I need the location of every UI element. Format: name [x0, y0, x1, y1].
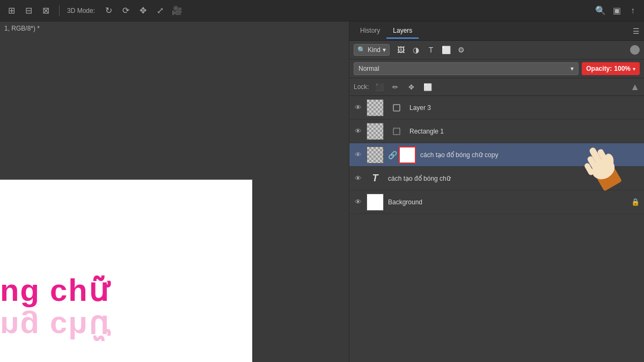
background-lock-icon: 🔒 [631, 198, 640, 206]
opacity-value[interactable]: 100% [614, 65, 631, 72]
layer-item[interactable]: 👁 Layer 3 [349, 96, 644, 120]
layer-item[interactable]: 👁 T cách tạo đổ bóng chữ [349, 167, 644, 190]
filter-toggle[interactable] [630, 45, 640, 55]
layer-thumbnail [367, 146, 384, 164]
blend-bar: Normal ▾ Opacity: 100% ▾ [349, 60, 644, 78]
canvas-text-main: ng chữ [0, 272, 109, 308]
visibility-icon[interactable]: 👁 [354, 174, 362, 183]
filter-kind-label: Kind [368, 46, 380, 54]
align-left-icon[interactable]: ⊞ [5, 5, 17, 17]
lock-image-icon[interactable]: ✏ [390, 81, 401, 93]
lock-fill-triangle: ▲ [630, 82, 640, 93]
opacity-control: Opacity: 100% ▾ [582, 62, 640, 75]
toolbar-right: 🔍 ▣ ↑ [595, 5, 639, 17]
opacity-chevron-icon[interactable]: ▾ [633, 66, 635, 72]
layers-list: 👁 Layer 3 👁 Rectangle 1 [349, 96, 644, 362]
layer-thumbnail [367, 99, 384, 116]
panel-content: 🔍 Kind ▾ 🖼 ◑ T ⬜ ⚙ Normal ▾ [349, 41, 644, 362]
lock-bar: Lock: ⬛ ✏ ✥ ⬜ ▲ [349, 78, 644, 96]
3d-scale-icon[interactable]: 🎥 [171, 5, 183, 17]
filter-kind-arrow: ▾ [383, 46, 386, 54]
search-icon[interactable]: 🔍 [595, 5, 606, 17]
panel-menu-icon[interactable]: ☰ [633, 27, 640, 35]
visibility-icon[interactable]: 👁 [354, 127, 362, 136]
3d-rotate-icon[interactable]: ↻ [103, 5, 114, 17]
separator-1 [59, 5, 60, 16]
layer-name: cách tạo đổ bóng chữ copy [420, 151, 640, 159]
canvas-content: ng chữ ng chữ [0, 38, 349, 362]
layer-name: Layer 3 [409, 104, 640, 112]
white-canvas: ng chữ ng chữ [0, 180, 252, 362]
opacity-label: Opacity: [586, 65, 612, 72]
layer-item-selected[interactable]: 👁 🔗 cách tạo đổ bóng chữ copy [349, 143, 644, 167]
filter-pixel-icon[interactable]: 🖼 [395, 44, 407, 56]
blend-mode-dropdown[interactable]: Normal ▾ [354, 62, 579, 75]
blend-mode-value: Normal [358, 65, 379, 72]
filter-icons: 🖼 ◑ T ⬜ ⚙ [395, 44, 467, 56]
lock-label: Lock: [354, 83, 369, 91]
lock-position-icon[interactable]: ✥ [406, 81, 418, 93]
doc-title: 1, RGB/8*) * [4, 25, 40, 32]
3d-mode-label: 3D Mode: [67, 7, 95, 14]
align-right-icon[interactable]: ⊠ [40, 5, 52, 17]
filter-smart-icon[interactable]: ⚙ [455, 44, 467, 56]
layer-mask-thumbnail [399, 146, 416, 164]
layer-type-icon [388, 123, 405, 140]
canvas-area: 1, RGB/8*) * ng chữ ng chữ [0, 21, 349, 362]
lock-artboard-icon[interactable]: ⬜ [422, 81, 434, 93]
layer-thumbnail [367, 194, 384, 211]
3d-orbit-icon[interactable]: ⟳ [120, 5, 131, 17]
visibility-icon[interactable]: 👁 [354, 151, 362, 159]
layer-item[interactable]: 👁 Rectangle 1 [349, 120, 644, 143]
panels-icon[interactable]: ▣ [611, 5, 623, 17]
blend-mode-arrow: ▾ [570, 65, 574, 72]
layer-name: Background [388, 198, 627, 206]
lock-transparent-icon[interactable]: ⬛ [374, 81, 385, 93]
layer-type-icon [388, 99, 405, 116]
filter-shape-icon[interactable]: ⬜ [440, 44, 452, 56]
layer-name: Rectangle 1 [409, 128, 640, 135]
layer-text-icon: T [367, 170, 384, 187]
filter-text-icon[interactable]: T [425, 44, 437, 56]
tab-layers[interactable]: Layers [386, 24, 419, 39]
svg-rect-1 [393, 128, 400, 135]
panel-tabs: History Layers ☰ [349, 21, 644, 41]
svg-rect-0 [393, 105, 400, 111]
toolbar: ⊞ ⊟ ⊠ 3D Mode: ↻ ⟳ ✥ ⤢ 🎥 🔍 ▣ ↑ [0, 0, 644, 21]
right-panel: History Layers ☰ 🔍 Kind ▾ 🖼 ◑ T ⬜ ⚙ [349, 21, 644, 362]
layer-thumbnail [367, 123, 384, 140]
link-icon: 🔗 [388, 151, 394, 159]
layer-name: cách tạo đổ bóng chữ [388, 175, 640, 182]
visibility-icon[interactable]: 👁 [354, 198, 362, 206]
align-center-icon[interactable]: ⊟ [23, 5, 34, 17]
share-icon[interactable]: ↑ [627, 5, 639, 17]
tab-history[interactable]: History [354, 24, 386, 39]
visibility-icon[interactable]: 👁 [354, 104, 362, 112]
3d-pan-icon[interactable]: ✥ [137, 5, 149, 17]
3d-slide-icon[interactable]: ⤢ [154, 5, 166, 17]
main-area: 1, RGB/8*) * ng chữ ng chữ History Layer… [0, 21, 644, 362]
search-small-icon: 🔍 [357, 46, 365, 54]
canvas-text-reflection: ng chữ [0, 309, 109, 346]
filter-kind-dropdown[interactable]: 🔍 Kind ▾ [354, 44, 390, 56]
layer-item[interactable]: 👁 Background 🔒 [349, 190, 644, 214]
filter-adjustment-icon[interactable]: ◑ [410, 44, 422, 56]
filter-bar: 🔍 Kind ▾ 🖼 ◑ T ⬜ ⚙ [349, 41, 644, 60]
